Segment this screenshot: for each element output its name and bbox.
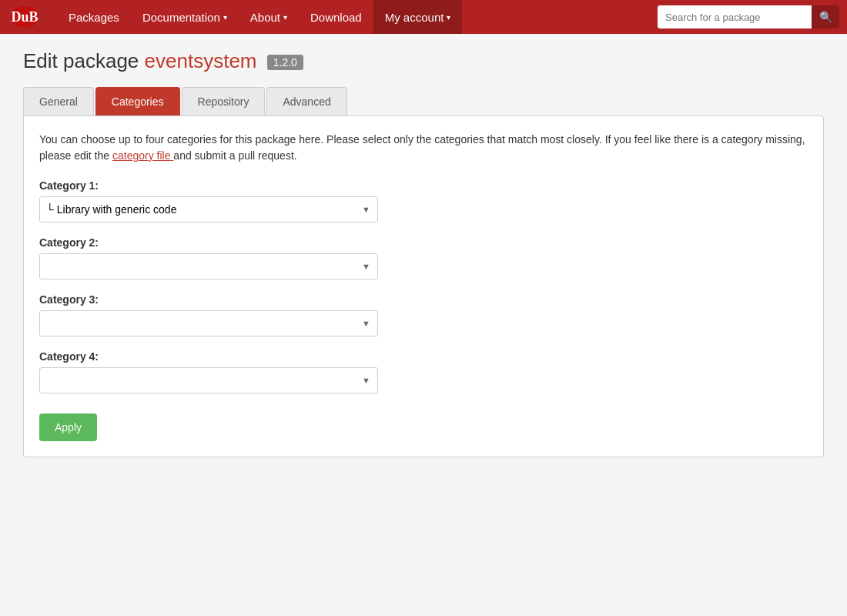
search-form: 🔍 (658, 5, 839, 28)
tab-general[interactable]: General (23, 87, 94, 116)
panel-description: You can choose up to four categories for… (39, 132, 808, 164)
page-title: Edit package eventsystem 1.2.0 (23, 49, 824, 73)
category-file-link[interactable]: category file (112, 149, 173, 162)
nav-links: Packages Documentation ▾ About ▾ Downloa… (57, 0, 658, 34)
category4-select[interactable] (39, 367, 378, 393)
nav-about[interactable]: About ▾ (239, 0, 299, 34)
category1-select[interactable]: └ Library with generic code (39, 196, 378, 223)
documentation-caret-icon: ▾ (223, 13, 227, 22)
nav-documentation[interactable]: Documentation ▾ (131, 0, 239, 34)
category2-select[interactable] (39, 253, 378, 280)
search-input[interactable] (658, 5, 812, 28)
category2-select-wrapper (39, 253, 378, 280)
svg-text:DuB: DuB (11, 9, 38, 25)
category1-select-wrapper: └ Library with generic code (39, 196, 378, 223)
category4-select-wrapper (39, 367, 378, 393)
tab-repository[interactable]: Repository (182, 87, 266, 116)
nav-download[interactable]: Download (299, 0, 373, 34)
account-caret-icon: ▾ (447, 13, 450, 22)
category1-group: Category 1: └ Library with generic code (39, 179, 808, 223)
nav-my-account[interactable]: My account ▾ (373, 0, 463, 34)
page-content: Edit package eventsystem 1.2.0 General C… (0, 34, 847, 473)
nav-packages[interactable]: Packages (57, 0, 131, 34)
category3-select[interactable] (39, 310, 378, 336)
search-icon: 🔍 (819, 11, 832, 23)
about-caret-icon: ▾ (283, 13, 287, 22)
category2-label: Category 2: (39, 236, 808, 249)
version-badge: 1.2.0 (267, 55, 303, 70)
logo-icon: DuB (9, 5, 40, 29)
tab-categories[interactable]: Categories (95, 87, 180, 116)
search-button[interactable]: 🔍 (812, 5, 839, 28)
panel-categories: You can choose up to four categories for… (23, 116, 824, 457)
tab-advanced[interactable]: Advanced (266, 87, 346, 116)
category1-label: Category 1: (39, 179, 808, 192)
tabs: General Categories Repository Advanced (23, 87, 824, 116)
category4-group: Category 4: (39, 350, 808, 393)
apply-button[interactable]: Apply (39, 413, 97, 441)
navbar: DuB Packages Documentation ▾ About ▾ Dow… (0, 0, 847, 34)
category4-label: Category 4: (39, 350, 808, 363)
category3-select-wrapper (39, 310, 378, 336)
category3-group: Category 3: (39, 293, 808, 336)
package-name: eventsystem (145, 49, 257, 72)
brand-logo[interactable]: DuB (8, 3, 42, 31)
category3-label: Category 3: (39, 293, 808, 306)
category2-group: Category 2: (39, 236, 808, 280)
